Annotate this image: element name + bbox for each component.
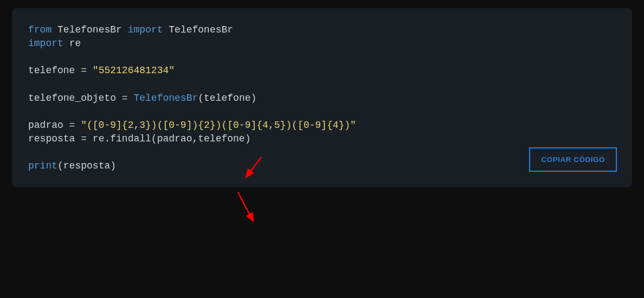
var-padrao: padrao — [28, 120, 63, 131]
blank-line — [28, 146, 616, 159]
var-resposta: resposta — [28, 133, 75, 144]
keyword-import: import — [128, 24, 163, 35]
module-re: re — [69, 38, 81, 49]
class-call: TelefonesBr — [133, 93, 198, 103]
findall-call: re.findall(padrao,telefone) — [93, 133, 251, 144]
code-line-6: resposta = re.findall(padrao,telefone) — [28, 132, 616, 146]
var-telefone: telefone — [28, 65, 75, 76]
arrow-bottom-icon — [238, 192, 253, 221]
blank-line — [28, 105, 616, 119]
blank-line — [28, 50, 616, 64]
import-name: TelefonesBr — [169, 24, 233, 35]
blank-line — [28, 78, 616, 92]
code-block: from TelefonesBr import TelefonesBr impo… — [12, 8, 632, 187]
code-line-1: from TelefonesBr import TelefonesBr — [28, 23, 616, 37]
code-line-4: telefone_objeto = TelefonesBr(telefone) — [28, 92, 616, 105]
code-line-3: telefone = "552126481234" — [28, 64, 616, 77]
regex-string: "([0-9]{2,3})([0-9]){2})([0-9]{4,5})([0-… — [81, 120, 356, 131]
var-telefone-objeto: telefone_objeto — [28, 93, 116, 103]
code-line-2: import re — [28, 37, 616, 50]
module-name: TelefonesBr — [57, 24, 122, 35]
print-call: print — [28, 160, 57, 171]
keyword-import: import — [28, 38, 63, 49]
keyword-from: from — [28, 24, 51, 35]
copy-code-button[interactable]: COPIAR CÓDIGO — [529, 147, 617, 172]
code-line-7: print(resposta) — [28, 159, 616, 173]
string-literal: "552126481234" — [93, 65, 175, 76]
code-line-5: padrao = "([0-9]{2,3})([0-9]){2})([0-9]{… — [28, 119, 616, 132]
